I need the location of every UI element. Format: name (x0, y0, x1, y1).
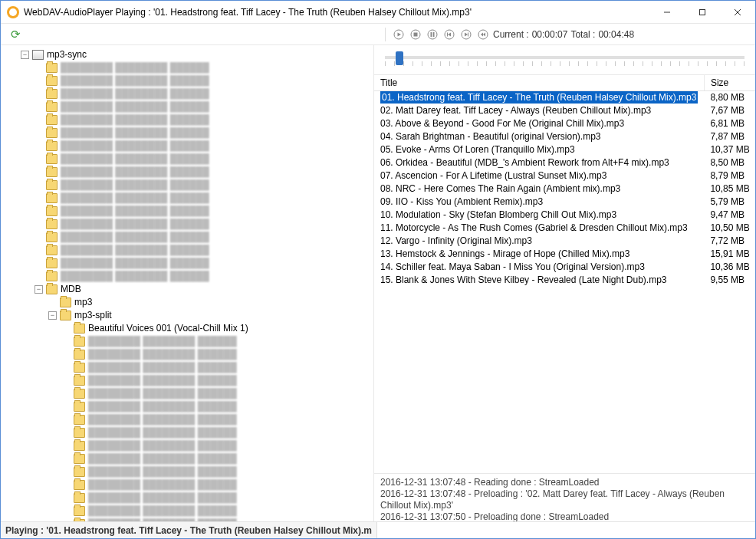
tree-item[interactable]: ████████ ████████ ██████ (33, 127, 373, 140)
playlist-row[interactable]: 09. IIO - Kiss You (Ambient Remix).mp35,… (374, 196, 755, 209)
close-button[interactable] (720, 1, 755, 23)
tree-item[interactable]: ████████ ████████ ██████ (61, 335, 373, 348)
refresh-icon[interactable]: ⟳ (8, 28, 22, 41)
playlist-row[interactable]: 08. NRC - Here Comes The Rain Again (Amb… (374, 182, 755, 196)
playlist-row[interactable]: 14. Schiller feat. Maya Saban - I Miss Y… (374, 261, 755, 274)
playlist-row[interactable]: 07. Ascencion - For A Lifetime (Lustral … (374, 169, 755, 182)
folder-icon (74, 480, 85, 490)
tree-item[interactable]: ████████ ████████ ██████ (61, 387, 373, 400)
tree-item[interactable]: ████████ ████████ ██████ (33, 257, 373, 270)
app-icon (7, 6, 19, 18)
playlist-row[interactable]: 01. Headstrong feat. Tiff Lacey - The Tr… (374, 91, 755, 104)
svg-marker-15 (465, 32, 468, 36)
tree-item[interactable]: ████████ ████████ ██████ (33, 140, 373, 153)
tree-item[interactable]: ████████ ████████ ██████ (61, 374, 373, 387)
tree-item[interactable]: ████████ ████████ ██████ (33, 100, 373, 113)
playlist-row[interactable]: 03. Above & Beyond - Good For Me (Origin… (374, 117, 755, 130)
tree-item[interactable]: ████████ ████████ ██████ (61, 452, 373, 465)
tree-item[interactable]: ████████ ████████ ██████ (61, 504, 373, 518)
tree-item[interactable]: ████████ ████████ ██████ (61, 465, 373, 478)
folder-icon (46, 193, 58, 203)
tree-item[interactable]: ████████ ████████ ██████ (33, 61, 373, 74)
folder-icon (46, 206, 58, 216)
play-button[interactable] (392, 28, 406, 41)
app-window: WebDAV-AudioPlayer Playing : '01. Headst… (0, 0, 756, 539)
playlist-row[interactable]: 04. Sarah Brightman - Beautiful (origina… (374, 130, 755, 143)
maximize-button[interactable] (685, 1, 720, 23)
playlist[interactable]: Title Size 01. Headstrong feat. Tiff Lac… (374, 74, 755, 474)
playlist-row[interactable]: 06. Orkidea - Beautiful (MDB_'s Ambient … (374, 156, 755, 169)
body-split: − mp3-sync ████████ ████████ ███████████… (1, 45, 755, 521)
log-panel[interactable]: 2016-12-31 13:07:48 - Reading done : Str… (374, 474, 755, 521)
next-button[interactable] (459, 28, 473, 41)
tree-item[interactable]: ████████ ████████ ██████ (33, 218, 373, 231)
minimize-button[interactable] (649, 1, 685, 23)
folder-icon (74, 519, 85, 521)
tree-item[interactable]: ████████ ████████ ██████ (61, 478, 373, 491)
svg-rect-7 (414, 32, 418, 36)
folder-icon (74, 376, 85, 386)
tree-album[interactable]: Beautiful Voices 001 (Vocal-Chill Mix 1) (61, 322, 373, 335)
tree-item[interactable]: ████████ ████████ ██████ (33, 166, 373, 179)
tree-item[interactable]: ████████ ████████ ██████ (33, 244, 373, 257)
folder-icon (74, 454, 85, 464)
collapse-icon[interactable]: − (35, 285, 43, 294)
playlist-row[interactable]: 12. Vargo - Infinity (Original Mix).mp37… (374, 235, 755, 248)
tree-item[interactable]: ████████ ████████ ██████ (61, 413, 373, 426)
svg-rect-16 (468, 32, 468, 36)
tree-item[interactable]: ████████ ████████ ██████ (61, 518, 373, 521)
folder-icon (74, 350, 85, 360)
collapse-icon[interactable]: − (48, 311, 57, 320)
folder-icon (74, 402, 85, 412)
prev-button[interactable] (442, 28, 456, 41)
total-time: 00:04:48 (598, 29, 634, 40)
rewind-button[interactable] (476, 28, 490, 41)
folder-icon (46, 219, 58, 229)
folder-icon (74, 324, 85, 334)
tree-item[interactable]: ████████ ████████ ██████ (33, 205, 373, 218)
folder-icon (46, 63, 58, 73)
folder-icon (74, 467, 85, 477)
folder-icon (46, 76, 58, 86)
playlist-row[interactable]: 02. Matt Darey feat. Tiff Lacey - Always… (374, 104, 755, 117)
playlist-row[interactable]: 15. Blank & Jones With Steve Kilbey - Re… (374, 274, 755, 287)
pause-button[interactable] (426, 28, 439, 41)
tree-item[interactable]: ████████ ████████ ██████ (61, 400, 373, 413)
tree-item[interactable]: ████████ ████████ ██████ (33, 87, 373, 100)
total-label: Total : (570, 29, 595, 40)
svg-marker-12 (448, 32, 451, 36)
playlist-row[interactable]: 13. Hemstock & Jennings - Mirage of Hope… (374, 248, 755, 261)
tree-item[interactable]: ████████ ████████ ██████ (33, 113, 373, 127)
folder-tree-pane[interactable]: − mp3-sync ████████ ████████ ███████████… (1, 45, 374, 521)
tree-item[interactable]: ████████ ████████ ██████ (61, 361, 373, 374)
tree-root[interactable]: − mp3-sync (19, 48, 373, 61)
col-title[interactable]: Title (374, 75, 704, 91)
tree-item[interactable]: ████████ ████████ ██████ (61, 348, 373, 361)
playlist-row[interactable]: 10. Modulation - Sky (Stefan Blomberg Ch… (374, 209, 755, 222)
tree-item[interactable]: ████████ ████████ ██████ (33, 153, 373, 166)
seek-slider[interactable] (374, 45, 755, 74)
tree-item[interactable]: ████████ ████████ ██████ (61, 491, 373, 504)
tree-mp3[interactable]: mp3 (47, 296, 373, 309)
collapse-icon[interactable]: − (21, 51, 29, 59)
tree-item[interactable]: ████████ ████████ ██████ (33, 231, 373, 244)
tree-item[interactable]: ████████ ████████ ██████ (61, 439, 373, 452)
folder-icon (46, 154, 58, 164)
tree-item[interactable]: ████████ ████████ ██████ (33, 74, 373, 87)
tree-item[interactable]: ████████ ████████ ██████ (61, 426, 373, 439)
col-size[interactable]: Size (704, 75, 755, 91)
stop-button[interactable] (409, 28, 422, 41)
tree-mp3split[interactable]: −mp3-split (47, 309, 373, 322)
folder-tree[interactable]: − mp3-sync ████████ ████████ ███████████… (1, 48, 373, 521)
tree-item[interactable]: ████████ ████████ ██████ (33, 270, 373, 283)
tree-mdb[interactable]: −MDB (33, 283, 373, 296)
svg-marker-19 (483, 32, 485, 36)
tree-label: mp3-sync (47, 48, 87, 61)
tree-item[interactable]: ████████ ████████ ██████ (33, 192, 373, 205)
right-pane: Title Size 01. Headstrong feat. Tiff Lac… (374, 45, 755, 521)
playlist-row[interactable]: 05. Evoke - Arms Of Loren (Tranquillo Mi… (374, 143, 755, 156)
playlist-row[interactable]: 11. Motorcycle - As The Rush Comes (Gabr… (374, 222, 755, 235)
tree-item[interactable]: ████████ ████████ ██████ (33, 179, 373, 192)
folder-icon (74, 389, 85, 399)
folder-icon (74, 337, 85, 347)
